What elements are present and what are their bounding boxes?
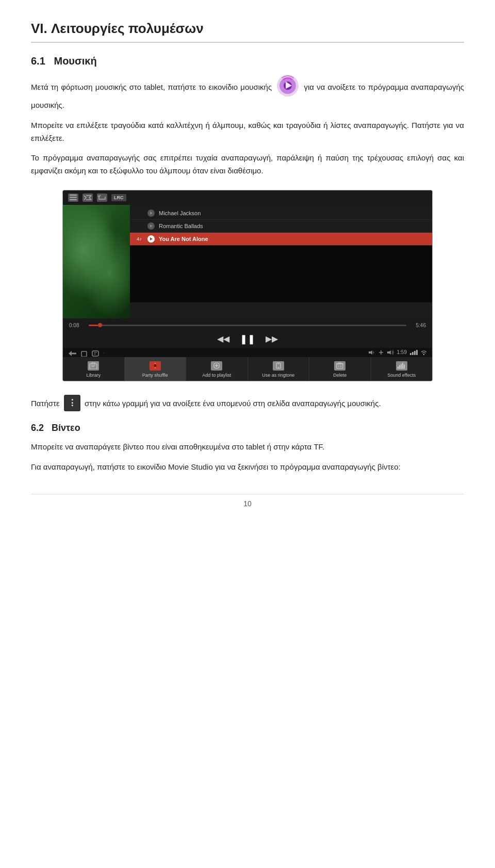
player-controls: 0:08 5:46 ◀◀ ❚❚ ▶▶ bbox=[63, 318, 432, 348]
track-icon-active bbox=[147, 235, 155, 243]
track-icon bbox=[147, 222, 155, 230]
music-icon bbox=[276, 74, 299, 97]
section-2-para2: Για αναπαραγωγή, πατήστε το εικονίδιο Mo… bbox=[31, 461, 464, 474]
svg-marker-17 bbox=[369, 350, 372, 355]
svg-rect-43 bbox=[402, 363, 403, 369]
time-total: 5:46 bbox=[410, 323, 426, 328]
status-bar: · 1:59 bbox=[63, 348, 432, 357]
progress-dot bbox=[98, 323, 102, 327]
progress-bar[interactable] bbox=[89, 325, 406, 326]
track-item-active[interactable]: 4♪ You Are Not Alone bbox=[130, 233, 432, 246]
next-button[interactable]: ▶▶ bbox=[266, 334, 278, 344]
svg-marker-10 bbox=[150, 237, 153, 240]
main-display bbox=[130, 246, 432, 302]
section-1-para3: Το πρόγραμμα αναπαραγωγής σας επιτρέπει … bbox=[31, 152, 464, 178]
svg-rect-5 bbox=[70, 199, 77, 200]
svg-rect-44 bbox=[404, 364, 405, 369]
sound-icon bbox=[387, 350, 394, 355]
track-icon bbox=[147, 210, 155, 217]
pause-button[interactable]: ❚❚ bbox=[240, 333, 255, 345]
album-art-decoration bbox=[63, 205, 130, 318]
track-number: 4♪ bbox=[135, 236, 143, 242]
section-2-para1: Μπορείτε να αναπαράγετε βίντεο που είναι… bbox=[31, 441, 464, 454]
wifi-icon bbox=[421, 350, 427, 355]
svg-rect-13 bbox=[81, 351, 87, 357]
section-1-heading: 6.1 Μουσική bbox=[31, 55, 464, 67]
svg-point-21 bbox=[423, 354, 424, 355]
svg-rect-12 bbox=[72, 352, 76, 354]
ringtone-icon bbox=[273, 361, 284, 371]
status-time: 1:59 bbox=[397, 349, 407, 355]
player-top-bar: LRC bbox=[63, 190, 432, 205]
menu-label-delete: Delete bbox=[333, 373, 346, 378]
delete-icon bbox=[334, 361, 345, 371]
menu-label-add-playlist: Add to playlist bbox=[202, 373, 231, 378]
lrc-badge: LRC bbox=[111, 194, 126, 201]
svg-rect-3 bbox=[70, 195, 77, 196]
player-content: Michael Jackson Romantic Ballads 4♪ You … bbox=[63, 205, 432, 318]
volume-icon bbox=[368, 350, 375, 355]
menu-label-party-shuffle: Party shuffle bbox=[142, 373, 168, 378]
bottom-menu: Library Party shuffle Add to playlist bbox=[63, 357, 432, 381]
section-1-para2: Μπορείτε να επιλέξετε τραγούδια κατά καλ… bbox=[31, 119, 464, 145]
menu-item-library[interactable]: Library bbox=[63, 357, 125, 381]
album-art bbox=[63, 205, 130, 318]
track-name-active: You Are Not Alone bbox=[159, 236, 427, 242]
svg-marker-20 bbox=[387, 350, 391, 355]
track-item[interactable]: Michael Jackson bbox=[130, 207, 432, 220]
section-1-para1: Μετά τη φόρτωση μουσικής στο tablet, πατ… bbox=[31, 76, 464, 112]
svg-rect-41 bbox=[399, 365, 400, 369]
signal-bars bbox=[410, 350, 418, 355]
svg-rect-37 bbox=[338, 363, 341, 364]
chapter-title: VI. Λειτουργίες πολυμέσων bbox=[31, 21, 464, 43]
menu-item-ringtone[interactable]: Use as ringtone bbox=[248, 357, 310, 381]
menu-item-delete[interactable]: Delete bbox=[309, 357, 371, 381]
transport-controls: ◀◀ ❚❚ ▶▶ bbox=[63, 330, 432, 348]
repeat-icon-top bbox=[97, 194, 107, 202]
svg-point-33 bbox=[278, 367, 279, 368]
progress-fill bbox=[89, 325, 98, 326]
prev-button[interactable]: ◀◀ bbox=[217, 334, 229, 344]
menu-label-ringtone: Use as ringtone bbox=[262, 373, 294, 378]
sound-effects-icon bbox=[396, 361, 407, 371]
player-top-icons: LRC bbox=[68, 194, 126, 202]
separator-dot: · bbox=[103, 350, 105, 355]
section-1-para4: Πατήστε στην κάτω γραμμή για να ανοίξετε… bbox=[31, 396, 464, 412]
svg-rect-42 bbox=[401, 364, 402, 369]
track-name: Romantic Ballads bbox=[159, 223, 427, 229]
recent-icon bbox=[92, 349, 99, 356]
add-playlist-icon bbox=[211, 361, 222, 371]
back-icon bbox=[68, 349, 76, 356]
svg-marker-8 bbox=[150, 212, 153, 215]
tracklist: Michael Jackson Romantic Ballads 4♪ You … bbox=[130, 205, 432, 318]
plus-icon bbox=[378, 350, 384, 355]
progress-section[interactable]: 0:08 5:46 bbox=[63, 318, 432, 330]
status-right: 1:59 bbox=[368, 349, 427, 355]
svg-rect-4 bbox=[70, 197, 77, 198]
section-2-heading: 6.2 Βίντεο bbox=[31, 423, 464, 433]
status-left: · bbox=[68, 349, 105, 356]
shuffle-icon-top bbox=[82, 194, 93, 202]
track-name: Michael Jackson bbox=[159, 210, 427, 216]
page-number: 10 bbox=[31, 494, 464, 508]
party-shuffle-icon bbox=[150, 361, 161, 371]
menu-item-party-shuffle[interactable]: Party shuffle bbox=[125, 357, 187, 381]
svg-rect-35 bbox=[337, 364, 343, 368]
menu-label-library: Library bbox=[86, 373, 101, 378]
svg-marker-11 bbox=[69, 351, 72, 356]
svg-rect-40 bbox=[398, 366, 399, 369]
menu-label-sound-effects: Sound effects bbox=[387, 373, 416, 378]
music-player-screenshot: LRC Michael Jackson Romantic Ballads bbox=[62, 190, 433, 381]
svg-point-26 bbox=[154, 364, 156, 367]
svg-marker-9 bbox=[150, 224, 153, 228]
library-icon bbox=[88, 361, 99, 371]
svg-rect-14 bbox=[92, 351, 98, 356]
home-icon bbox=[80, 349, 88, 356]
menu-item-add-playlist[interactable]: Add to playlist bbox=[186, 357, 248, 381]
menu-item-sound-effects[interactable]: Sound effects bbox=[371, 357, 433, 381]
time-current: 0:08 bbox=[69, 323, 85, 328]
three-dot-button-icon bbox=[64, 395, 80, 411]
track-item[interactable]: Romantic Ballads bbox=[130, 220, 432, 233]
menu-icon-top bbox=[68, 194, 78, 202]
